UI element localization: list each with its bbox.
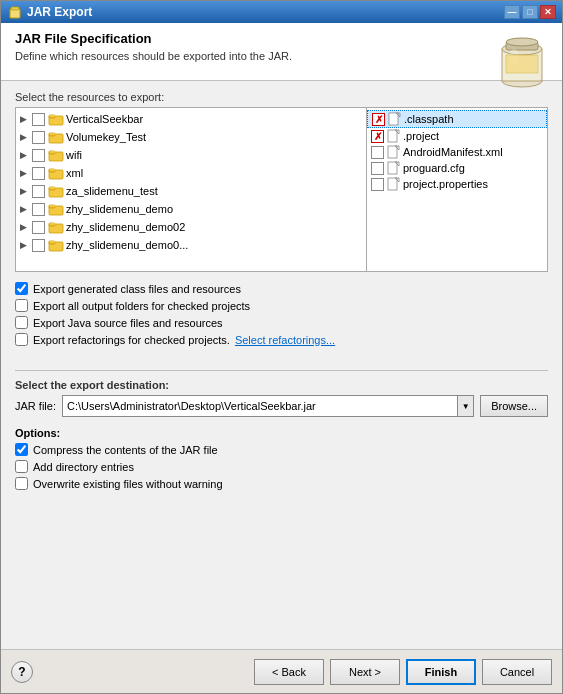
tree-checkbox[interactable]: [32, 149, 45, 162]
folder-icon: [48, 165, 64, 181]
svg-rect-23: [50, 187, 55, 189]
options-section: Options: Compress the contents of the JA…: [15, 427, 548, 494]
title-jar-icon: [7, 4, 23, 20]
export-source-checkbox[interactable]: [15, 316, 28, 329]
resources-label: Select the resources to export:: [15, 91, 548, 103]
file-item-label: .project: [403, 130, 439, 142]
file-checkbox[interactable]: [371, 162, 384, 175]
tree-arrow: ▶: [20, 114, 32, 124]
tree-item-label: Volumekey_Test: [66, 131, 146, 143]
title-controls: — □ ✕: [504, 5, 556, 19]
divider: [15, 370, 548, 371]
back-button[interactable]: < Back: [254, 659, 324, 685]
svg-rect-1: [11, 7, 19, 10]
page-title: JAR File Specification: [15, 31, 548, 46]
folder-icon: [48, 111, 64, 127]
directory-row: Add directory entries: [15, 460, 548, 473]
svg-rect-35: [388, 130, 397, 142]
jar-file-dropdown-btn[interactable]: ▼: [457, 396, 473, 416]
file-icon: [388, 112, 402, 126]
file-item-label: AndroidManifest.xml: [403, 146, 503, 158]
tree-checkbox[interactable]: [32, 185, 45, 198]
list-item[interactable]: ▶ xml: [16, 164, 366, 182]
tree-arrow: ▶: [20, 204, 32, 214]
jar-illustration: [496, 29, 548, 92]
list-item[interactable]: ▶ VerticalSeekbar: [16, 110, 366, 128]
header-area: JAR File Specification Define which reso…: [1, 23, 562, 81]
export-source-label: Export Java source files and resources: [33, 317, 223, 329]
file-item-label: .classpath: [404, 113, 454, 125]
title-text: JAR Export: [27, 5, 92, 19]
export-class-checkbox[interactable]: [15, 282, 28, 295]
file-icon: [387, 177, 401, 191]
svg-rect-29: [50, 223, 55, 225]
export-refactor-row: Export refactorings for checked projects…: [15, 333, 548, 346]
export-class-label: Export generated class files and resourc…: [33, 283, 241, 295]
export-source-row: Export Java source files and resources: [15, 316, 548, 329]
tree-arrow: ▶: [20, 186, 32, 196]
minimize-button[interactable]: —: [504, 5, 520, 19]
file-item-label: proguard.cfg: [403, 162, 465, 174]
file-checkbox[interactable]: ✗: [372, 113, 385, 126]
next-button[interactable]: Next >: [330, 659, 400, 685]
list-item[interactable]: ✗ .classpath: [367, 110, 547, 128]
list-item[interactable]: ▶ wifi: [16, 146, 366, 164]
list-item[interactable]: project.properties: [367, 176, 547, 192]
tree-item-label: xml: [66, 167, 83, 179]
svg-point-6: [506, 38, 538, 46]
compress-checkbox[interactable]: [15, 443, 28, 456]
title-bar-left: JAR Export: [7, 4, 92, 20]
list-item[interactable]: ▶ zhy_slidemenu_demo02: [16, 218, 366, 236]
bottom-bar: ? < Back Next > Finish Cancel: [1, 649, 562, 693]
jar-file-input-wrap: ▼: [62, 395, 474, 417]
tree-checkbox[interactable]: [32, 203, 45, 216]
list-item[interactable]: ▶ zhy_slidemenu_demo: [16, 200, 366, 218]
overwrite-row: Overwrite existing files without warning: [15, 477, 548, 490]
select-refactorings-link[interactable]: Select refactorings...: [235, 334, 335, 346]
browse-button[interactable]: Browse...: [480, 395, 548, 417]
list-item[interactable]: ✗ .project: [367, 128, 547, 144]
list-item[interactable]: proguard.cfg: [367, 160, 547, 176]
tree-panel[interactable]: ▶ VerticalSeekbar ▶ Volumekey_Test ▶ wif…: [16, 108, 367, 271]
close-button[interactable]: ✕: [540, 5, 556, 19]
folder-icon: [48, 183, 64, 199]
svg-rect-32: [50, 241, 55, 243]
list-item[interactable]: ▶ zhy_slidemenu_demo0...: [16, 236, 366, 254]
overwrite-checkbox[interactable]: [15, 477, 28, 490]
tree-checkbox[interactable]: [32, 221, 45, 234]
files-panel[interactable]: ✗ .classpath ✗ .project AndroidManifest.…: [367, 108, 547, 271]
directory-checkbox[interactable]: [15, 460, 28, 473]
title-bar: JAR Export — □ ✕: [1, 1, 562, 23]
list-item[interactable]: ▶ Volumekey_Test: [16, 128, 366, 146]
tree-checkbox[interactable]: [32, 113, 45, 126]
tree-arrow: ▶: [20, 168, 32, 178]
export-output-label: Export all output folders for checked pr…: [33, 300, 250, 312]
file-checkbox[interactable]: ✗: [371, 130, 384, 143]
file-checkbox[interactable]: [371, 146, 384, 159]
export-output-checkbox[interactable]: [15, 299, 28, 312]
tree-arrow: ▶: [20, 132, 32, 142]
tree-checkbox[interactable]: [32, 131, 45, 144]
options-label: Options:: [15, 427, 548, 439]
folder-icon: [48, 219, 64, 235]
jar-file-input[interactable]: [63, 400, 457, 412]
finish-button[interactable]: Finish: [406, 659, 476, 685]
export-refactor-checkbox[interactable]: [15, 333, 28, 346]
tree-checkbox[interactable]: [32, 167, 45, 180]
svg-rect-17: [50, 151, 55, 153]
main-content: Select the resources to export: ▶ Vertic…: [1, 81, 562, 649]
folder-icon: [48, 237, 64, 253]
file-checkbox[interactable]: [371, 178, 384, 191]
maximize-button[interactable]: □: [522, 5, 538, 19]
tree-item-label: zhy_slidemenu_demo0...: [66, 239, 188, 251]
list-item[interactable]: ▶ za_slidemenu_test: [16, 182, 366, 200]
list-item[interactable]: AndroidManifest.xml: [367, 144, 547, 160]
cancel-button[interactable]: Cancel: [482, 659, 552, 685]
export-destination-section: Select the export destination: JAR file:…: [15, 379, 548, 417]
folder-icon: [48, 129, 64, 145]
compress-label: Compress the contents of the JAR file: [33, 444, 218, 456]
export-options-section: Export generated class files and resourc…: [15, 282, 548, 350]
help-button[interactable]: ?: [11, 661, 33, 683]
svg-rect-33: [389, 113, 398, 125]
tree-checkbox[interactable]: [32, 239, 45, 252]
